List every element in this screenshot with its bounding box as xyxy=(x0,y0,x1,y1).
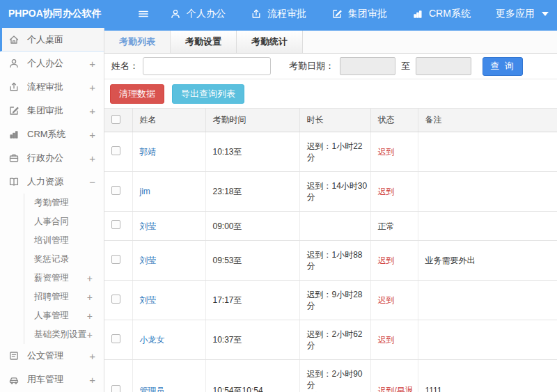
sidebar-subitem-4[interactable]: 薪资管理+ xyxy=(24,269,104,288)
sidebar-subitem-6[interactable]: 人事管理+ xyxy=(24,306,104,325)
name-cell: 小龙女 xyxy=(132,320,205,360)
sidebar-item-2[interactable]: 流程审批+ xyxy=(0,75,104,99)
name-filter-input[interactable] xyxy=(143,57,271,75)
checkbox-cell xyxy=(104,360,132,392)
top-nav-item-0[interactable]: 个人办公 xyxy=(170,8,226,20)
sidebar-subitem-7[interactable]: 基础类别设置+ xyxy=(24,325,104,344)
clean-data-button[interactable]: 清理数据 xyxy=(110,84,164,104)
status-cell: 正常 xyxy=(370,212,418,241)
row-checkbox[interactable] xyxy=(111,334,120,343)
sidebar-item-4[interactable]: CRM系统+ xyxy=(0,123,104,146)
row-checkbox[interactable] xyxy=(111,146,120,155)
employee-name-link[interactable]: jim xyxy=(140,187,150,196)
duration-cell: 迟到：9小时28分 xyxy=(299,281,370,320)
employee-name-link[interactable]: 小龙女 xyxy=(140,335,165,345)
row-checkbox[interactable] xyxy=(111,220,120,229)
expand-toggle-icon[interactable]: + xyxy=(89,374,95,386)
sidebar-subitem-0[interactable]: 考勤管理 xyxy=(24,194,104,212)
row-checkbox[interactable] xyxy=(111,295,120,304)
duration-line: 迟到：9小时28分 xyxy=(307,289,368,311)
status-badge: 正常 xyxy=(378,221,395,231)
table-actions: 清理数据 导出查询列表 xyxy=(104,79,557,108)
export-list-button[interactable]: 导出查询列表 xyxy=(172,84,244,104)
expand-toggle-icon[interactable]: + xyxy=(87,329,93,340)
expand-toggle-icon[interactable]: + xyxy=(89,350,95,362)
sidebar-item-0[interactable]: 个人桌面 xyxy=(0,28,104,52)
expand-toggle-icon[interactable]: + xyxy=(89,105,95,117)
chart-icon xyxy=(412,8,423,19)
sidebar-subitem-3[interactable]: 奖惩记录 xyxy=(24,250,104,269)
sidebar-item-1[interactable]: 个人办公+ xyxy=(0,52,104,75)
date-filter-label: 考勤日期： xyxy=(289,60,334,72)
sidebar-subitem-5[interactable]: 招聘管理+ xyxy=(24,288,104,306)
sidebar-subitem-1[interactable]: 人事合同 xyxy=(24,212,104,231)
sidebar-item-8[interactable]: 用车管理+ xyxy=(0,368,104,391)
time-cell: 10:13至 xyxy=(205,132,299,172)
expand-toggle-icon[interactable]: + xyxy=(87,273,93,284)
column-header: 备注 xyxy=(418,109,557,132)
duration-line: 迟到：14小时30分 xyxy=(307,180,368,203)
column-header: 状态 xyxy=(370,109,418,132)
sidebar-item-label: 个人办公 xyxy=(27,57,63,70)
time-cell: 09:53至 xyxy=(205,241,299,281)
sidebar-item-label: 公文管理 xyxy=(27,350,63,362)
tab-0[interactable]: 考勤列表 xyxy=(104,31,171,53)
status-badge: 迟到 xyxy=(378,147,395,157)
search-form: 姓名： 考勤日期： 至 查 询 xyxy=(104,54,557,79)
expand-toggle-icon[interactable]: − xyxy=(89,176,95,188)
name-cell: 管理员 xyxy=(132,360,205,392)
row-checkbox[interactable] xyxy=(111,255,120,264)
top-nav-item-3[interactable]: CRM系统 xyxy=(412,8,471,20)
top-nav-label: 集团审批 xyxy=(348,8,387,20)
remark-cell xyxy=(418,212,557,241)
employee-name-link[interactable]: 郭靖 xyxy=(140,147,157,157)
select-all-header xyxy=(104,109,132,132)
name-filter-label: 姓名： xyxy=(111,60,139,72)
table-row: 刘莹09:00至正常 xyxy=(104,212,557,241)
expand-toggle-icon[interactable]: + xyxy=(89,152,95,164)
sidebar-item-5[interactable]: 行政办公+ xyxy=(0,146,104,170)
row-checkbox[interactable] xyxy=(111,186,120,195)
date-to-input[interactable] xyxy=(416,57,471,75)
top-nav-item-4[interactable]: 更多应用 xyxy=(496,8,549,20)
sidebar-item-label: 人事管理 xyxy=(34,310,69,322)
sidebar-item-6[interactable]: 人力资源− xyxy=(0,170,104,194)
expand-toggle-icon[interactable]: + xyxy=(87,292,93,303)
top-nav-label: 个人办公 xyxy=(187,8,226,20)
home-icon xyxy=(8,34,20,45)
duration-cell xyxy=(299,212,370,241)
date-from-input[interactable] xyxy=(340,57,395,75)
expand-toggle-icon[interactable]: + xyxy=(89,58,95,70)
time-cell: 09:00至 xyxy=(205,212,299,241)
expand-toggle-icon[interactable]: + xyxy=(89,81,95,93)
user-icon xyxy=(170,8,181,19)
top-nav-item-2[interactable]: 集团审批 xyxy=(331,8,387,20)
sidebar-item-label: 招聘管理 xyxy=(34,291,69,303)
top-header-bar: PHPOA协同办公软件 个人办公流程审批集团审批CRM系统更多应用 xyxy=(0,0,557,28)
select-all-checkbox[interactable] xyxy=(111,115,120,124)
sidebar-item-7[interactable]: 公文管理+ xyxy=(0,344,104,368)
tab-1[interactable]: 考勤设置 xyxy=(171,31,237,53)
employee-name-link[interactable]: 刘莹 xyxy=(140,256,157,265)
query-button[interactable]: 查 询 xyxy=(483,57,523,76)
duration-line: 迟到：2小时90分 xyxy=(307,368,368,391)
expand-toggle-icon[interactable]: + xyxy=(87,311,93,322)
status-cell: 迟到 xyxy=(370,241,418,281)
sidebar-item-3[interactable]: 集团审批+ xyxy=(0,99,104,123)
tab-bar: 考勤列表考勤设置考勤统计 xyxy=(104,31,557,54)
sidebar-subitem-2[interactable]: 培训管理 xyxy=(24,231,104,250)
top-nav-item-1[interactable]: 流程审批 xyxy=(251,8,306,20)
edit-icon xyxy=(8,105,20,116)
expand-toggle-icon[interactable]: + xyxy=(89,129,95,141)
employee-name-link[interactable]: 刘莹 xyxy=(140,295,157,305)
employee-name-link[interactable]: 刘莹 xyxy=(140,221,157,231)
row-checkbox[interactable] xyxy=(111,385,120,392)
hamburger-menu-icon[interactable] xyxy=(138,8,149,19)
chart-icon xyxy=(8,129,20,140)
status-badge: 迟到 xyxy=(378,256,395,265)
process-icon xyxy=(8,81,20,93)
tab-2[interactable]: 考勤统计 xyxy=(237,31,303,53)
remark-cell xyxy=(418,281,557,320)
employee-name-link[interactable]: 管理员 xyxy=(140,386,165,392)
status-badge: 迟到 xyxy=(378,335,395,345)
